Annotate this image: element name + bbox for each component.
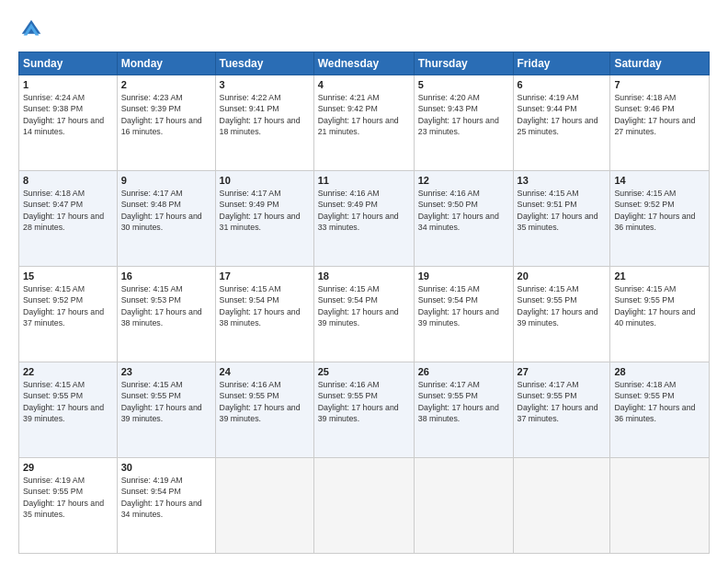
- calendar-cell: 30Sunrise: 4:19 AMSunset: 9:54 PMDayligh…: [117, 458, 215, 554]
- calendar-cell: 22Sunrise: 4:15 AMSunset: 9:55 PMDayligh…: [19, 362, 118, 458]
- day-number: 4: [318, 79, 410, 90]
- calendar-week-row: 1Sunrise: 4:24 AMSunset: 9:38 PMDaylight…: [19, 75, 710, 171]
- day-info: Sunrise: 4:19 AMSunset: 9:44 PMDaylight:…: [518, 92, 607, 137]
- calendar-cell: 18Sunrise: 4:15 AMSunset: 9:54 PMDayligh…: [313, 267, 414, 362]
- calendar-cell: 8Sunrise: 4:18 AMSunset: 9:47 PMDaylight…: [19, 171, 118, 267]
- calendar-cell: 24Sunrise: 4:16 AMSunset: 9:55 PMDayligh…: [215, 362, 313, 458]
- day-info: Sunrise: 4:22 AMSunset: 9:41 PMDaylight:…: [220, 92, 310, 137]
- day-number: 14: [614, 175, 705, 186]
- day-number: 25: [318, 366, 410, 377]
- calendar-cell: 19Sunrise: 4:15 AMSunset: 9:54 PMDayligh…: [414, 267, 513, 362]
- day-number: 23: [121, 366, 211, 377]
- day-number: 18: [318, 270, 410, 282]
- day-number: 19: [418, 270, 509, 282]
- calendar-cell: 17Sunrise: 4:15 AMSunset: 9:54 PMDayligh…: [215, 267, 313, 362]
- day-number: 30: [121, 462, 211, 473]
- calendar-week-row: 8Sunrise: 4:18 AMSunset: 9:47 PMDaylight…: [19, 171, 710, 267]
- day-info: Sunrise: 4:19 AMSunset: 9:54 PMDaylight:…: [121, 475, 211, 520]
- calendar-cell: 28Sunrise: 4:18 AMSunset: 9:55 PMDayligh…: [610, 362, 710, 458]
- day-info: Sunrise: 4:17 AMSunset: 9:48 PMDaylight:…: [121, 188, 211, 233]
- day-number: 2: [121, 79, 211, 90]
- day-number: 11: [318, 175, 410, 186]
- day-number: 21: [614, 270, 705, 282]
- calendar-cell: 6Sunrise: 4:19 AMSunset: 9:44 PMDaylight…: [513, 75, 610, 171]
- day-number: 8: [23, 175, 113, 186]
- day-info: Sunrise: 4:16 AMSunset: 9:55 PMDaylight:…: [220, 379, 310, 424]
- weekday-header: Tuesday: [215, 52, 313, 75]
- day-number: 20: [518, 270, 607, 282]
- day-info: Sunrise: 4:15 AMSunset: 9:55 PMDaylight:…: [23, 379, 113, 424]
- calendar-cell: 13Sunrise: 4:15 AMSunset: 9:51 PMDayligh…: [513, 171, 610, 267]
- calendar-cell: 1Sunrise: 4:24 AMSunset: 9:38 PMDaylight…: [19, 75, 118, 171]
- day-number: 24: [220, 366, 310, 377]
- calendar-cell: 10Sunrise: 4:17 AMSunset: 9:49 PMDayligh…: [215, 171, 313, 267]
- day-info: Sunrise: 4:15 AMSunset: 9:53 PMDaylight:…: [121, 283, 211, 328]
- day-info: Sunrise: 4:23 AMSunset: 9:39 PMDaylight:…: [121, 92, 211, 137]
- calendar-week-row: 15Sunrise: 4:15 AMSunset: 9:52 PMDayligh…: [19, 267, 710, 362]
- calendar-cell: 12Sunrise: 4:16 AMSunset: 9:50 PMDayligh…: [414, 171, 513, 267]
- day-info: Sunrise: 4:18 AMSunset: 9:55 PMDaylight:…: [614, 379, 705, 424]
- calendar-cell: [610, 458, 710, 554]
- logo: [18, 17, 48, 42]
- logo-icon: [18, 17, 44, 42]
- day-number: 29: [23, 462, 113, 473]
- day-number: 22: [23, 366, 113, 377]
- calendar-cell: 26Sunrise: 4:17 AMSunset: 9:55 PMDayligh…: [414, 362, 513, 458]
- day-info: Sunrise: 4:20 AMSunset: 9:43 PMDaylight:…: [418, 92, 509, 137]
- weekday-header: Thursday: [414, 52, 513, 75]
- day-info: Sunrise: 4:16 AMSunset: 9:50 PMDaylight:…: [418, 188, 509, 233]
- page: SundayMondayTuesdayWednesdayThursdayFrid…: [0, 0, 728, 563]
- day-info: Sunrise: 4:17 AMSunset: 9:55 PMDaylight:…: [418, 379, 509, 424]
- day-number: 17: [220, 270, 310, 282]
- day-number: 5: [418, 79, 509, 90]
- day-number: 3: [220, 79, 310, 90]
- day-number: 9: [121, 175, 211, 186]
- day-info: Sunrise: 4:15 AMSunset: 9:55 PMDaylight:…: [614, 283, 705, 328]
- calendar-header-row: SundayMondayTuesdayWednesdayThursdayFrid…: [19, 52, 710, 75]
- calendar-body: 1Sunrise: 4:24 AMSunset: 9:38 PMDaylight…: [19, 75, 710, 554]
- calendar-cell: 29Sunrise: 4:19 AMSunset: 9:55 PMDayligh…: [19, 458, 118, 554]
- header: [18, 17, 710, 42]
- day-number: 16: [121, 270, 211, 282]
- calendar-cell: 23Sunrise: 4:15 AMSunset: 9:55 PMDayligh…: [117, 362, 215, 458]
- calendar-cell: 27Sunrise: 4:17 AMSunset: 9:55 PMDayligh…: [513, 362, 610, 458]
- day-info: Sunrise: 4:15 AMSunset: 9:55 PMDaylight:…: [518, 283, 607, 328]
- calendar-cell: 9Sunrise: 4:17 AMSunset: 9:48 PMDaylight…: [117, 171, 215, 267]
- day-number: 28: [614, 366, 705, 377]
- calendar: SundayMondayTuesdayWednesdayThursdayFrid…: [18, 52, 710, 554]
- day-number: 7: [614, 79, 705, 90]
- day-info: Sunrise: 4:15 AMSunset: 9:52 PMDaylight:…: [23, 283, 113, 328]
- weekday-header: Monday: [117, 52, 215, 75]
- calendar-cell: 5Sunrise: 4:20 AMSunset: 9:43 PMDaylight…: [414, 75, 513, 171]
- day-info: Sunrise: 4:18 AMSunset: 9:47 PMDaylight:…: [23, 188, 113, 233]
- day-info: Sunrise: 4:15 AMSunset: 9:51 PMDaylight:…: [518, 188, 607, 233]
- day-info: Sunrise: 4:16 AMSunset: 9:49 PMDaylight:…: [318, 188, 410, 233]
- calendar-week-row: 22Sunrise: 4:15 AMSunset: 9:55 PMDayligh…: [19, 362, 710, 458]
- calendar-cell: 15Sunrise: 4:15 AMSunset: 9:52 PMDayligh…: [19, 267, 118, 362]
- day-number: 1: [23, 79, 113, 90]
- day-number: 10: [220, 175, 310, 186]
- calendar-cell: 14Sunrise: 4:15 AMSunset: 9:52 PMDayligh…: [610, 171, 710, 267]
- day-number: 6: [518, 79, 607, 90]
- day-info: Sunrise: 4:15 AMSunset: 9:52 PMDaylight:…: [614, 188, 705, 233]
- day-number: 15: [23, 270, 113, 282]
- calendar-cell: 25Sunrise: 4:16 AMSunset: 9:55 PMDayligh…: [313, 362, 414, 458]
- calendar-cell: [414, 458, 513, 554]
- calendar-cell: 4Sunrise: 4:21 AMSunset: 9:42 PMDaylight…: [313, 75, 414, 171]
- day-number: 27: [518, 366, 607, 377]
- day-number: 26: [418, 366, 509, 377]
- calendar-cell: [513, 458, 610, 554]
- day-info: Sunrise: 4:17 AMSunset: 9:49 PMDaylight:…: [220, 188, 310, 233]
- weekday-header: Wednesday: [313, 52, 414, 75]
- day-info: Sunrise: 4:15 AMSunset: 9:55 PMDaylight:…: [121, 379, 211, 424]
- weekday-header: Saturday: [610, 52, 710, 75]
- calendar-cell: [313, 458, 414, 554]
- day-info: Sunrise: 4:15 AMSunset: 9:54 PMDaylight:…: [318, 283, 410, 328]
- day-info: Sunrise: 4:17 AMSunset: 9:55 PMDaylight:…: [518, 379, 607, 424]
- calendar-cell: 11Sunrise: 4:16 AMSunset: 9:49 PMDayligh…: [313, 171, 414, 267]
- day-info: Sunrise: 4:16 AMSunset: 9:55 PMDaylight:…: [318, 379, 410, 424]
- weekday-header: Sunday: [19, 52, 118, 75]
- calendar-cell: 16Sunrise: 4:15 AMSunset: 9:53 PMDayligh…: [117, 267, 215, 362]
- weekday-header: Friday: [513, 52, 610, 75]
- calendar-cell: 21Sunrise: 4:15 AMSunset: 9:55 PMDayligh…: [610, 267, 710, 362]
